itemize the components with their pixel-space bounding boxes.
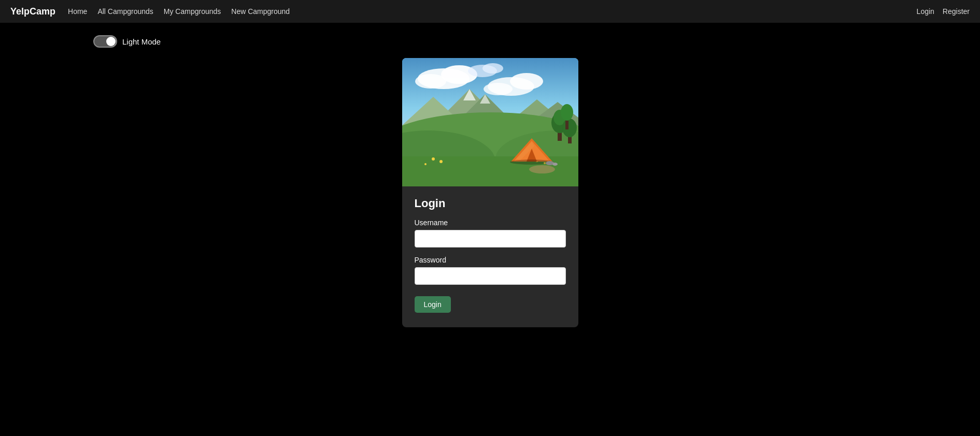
main-content: Login Username Password Login: [0, 48, 980, 327]
navbar: YelpCamp Home All Campgrounds My Campgro…: [0, 0, 980, 23]
svg-point-3: [415, 74, 446, 89]
svg-point-22: [424, 163, 427, 165]
password-input[interactable]: [415, 267, 566, 285]
svg-point-20: [432, 157, 435, 161]
svg-point-38: [552, 163, 558, 166]
campground-image: [402, 58, 578, 186]
login-title: Login: [415, 197, 566, 210]
navbar-links: Home All Campgrounds My Campgrounds New …: [68, 7, 917, 16]
campground-svg: [402, 58, 578, 186]
nav-login[interactable]: Login: [917, 7, 934, 16]
username-group: Username: [415, 219, 566, 248]
toggle-slider: [93, 35, 117, 48]
svg-point-6: [484, 83, 513, 95]
nav-register[interactable]: Register: [943, 7, 970, 16]
nav-home[interactable]: Home: [68, 7, 87, 16]
navbar-brand[interactable]: YelpCamp: [10, 6, 55, 17]
svg-point-31: [561, 104, 573, 121]
login-body: Login Username Password Login: [402, 186, 578, 327]
theme-toggle-label: Light Mode: [122, 37, 161, 46]
svg-point-5: [510, 73, 543, 90]
username-label: Username: [415, 219, 566, 227]
password-label: Password: [415, 256, 566, 264]
username-input[interactable]: [415, 230, 566, 248]
navbar-right: Login Register: [917, 7, 970, 16]
svg-point-29: [562, 119, 577, 137]
nav-my-campgrounds[interactable]: My Campgrounds: [164, 7, 221, 16]
nav-new-campground[interactable]: New Campground: [231, 7, 290, 16]
password-group: Password: [415, 256, 566, 285]
nav-all-campgrounds[interactable]: All Campgrounds: [97, 7, 153, 16]
login-card: Login Username Password Login: [402, 58, 578, 327]
svg-point-39: [529, 165, 555, 173]
login-button[interactable]: Login: [415, 296, 451, 313]
theme-toggle-area: Light Mode: [0, 23, 980, 48]
theme-toggle[interactable]: [93, 35, 117, 48]
svg-point-21: [439, 160, 443, 163]
svg-point-8: [482, 63, 503, 74]
